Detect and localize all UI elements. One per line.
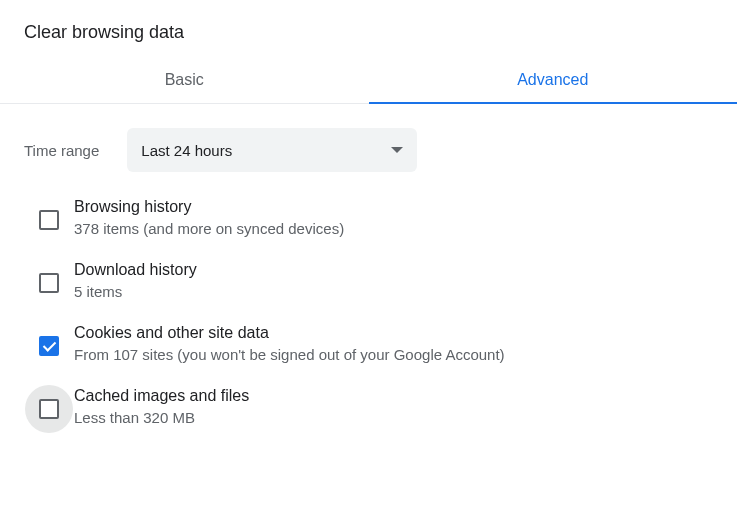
option-text: Cookies and other site data From 107 sit… [74, 322, 505, 363]
checkbox-cached-images[interactable] [39, 399, 59, 419]
option-subtitle: From 107 sites (you won't be signed out … [74, 346, 505, 363]
option-download-history: Download history 5 items [24, 259, 737, 300]
option-title: Download history [74, 261, 197, 279]
time-range-value: Last 24 hours [141, 142, 232, 159]
option-text: Cached images and files Less than 320 MB [74, 385, 249, 426]
options-list: Browsing history 378 items (and more on … [0, 196, 737, 426]
option-text: Browsing history 378 items (and more on … [74, 196, 344, 237]
checkbox-wrap [24, 322, 74, 356]
option-cookies: Cookies and other site data From 107 sit… [24, 322, 737, 363]
time-range-select[interactable]: Last 24 hours [127, 128, 417, 172]
dialog-title: Clear browsing data [0, 22, 737, 43]
checkbox-download-history[interactable] [39, 273, 59, 293]
clear-browsing-data-dialog: Clear browsing data Basic Advanced Time … [0, 0, 737, 426]
checkbox-cookies[interactable] [39, 336, 59, 356]
option-browsing-history: Browsing history 378 items (and more on … [24, 196, 737, 237]
tab-advanced[interactable]: Advanced [369, 71, 738, 103]
option-subtitle: 378 items (and more on synced devices) [74, 220, 344, 237]
tab-basic[interactable]: Basic [0, 71, 369, 103]
option-title: Cached images and files [74, 387, 249, 405]
option-cached-images: Cached images and files Less than 320 MB [24, 385, 737, 426]
option-subtitle: Less than 320 MB [74, 409, 249, 426]
option-text: Download history 5 items [74, 259, 197, 300]
time-range-label: Time range [24, 142, 99, 159]
checkbox-wrap [24, 259, 74, 293]
checkbox-browsing-history[interactable] [39, 210, 59, 230]
checkbox-wrap [24, 385, 74, 419]
option-subtitle: 5 items [74, 283, 197, 300]
option-title: Browsing history [74, 198, 344, 216]
time-range-row: Time range Last 24 hours [0, 104, 737, 196]
checkbox-wrap [24, 196, 74, 230]
chevron-down-icon [391, 147, 403, 153]
tab-bar: Basic Advanced [0, 71, 737, 104]
option-title: Cookies and other site data [74, 324, 505, 342]
